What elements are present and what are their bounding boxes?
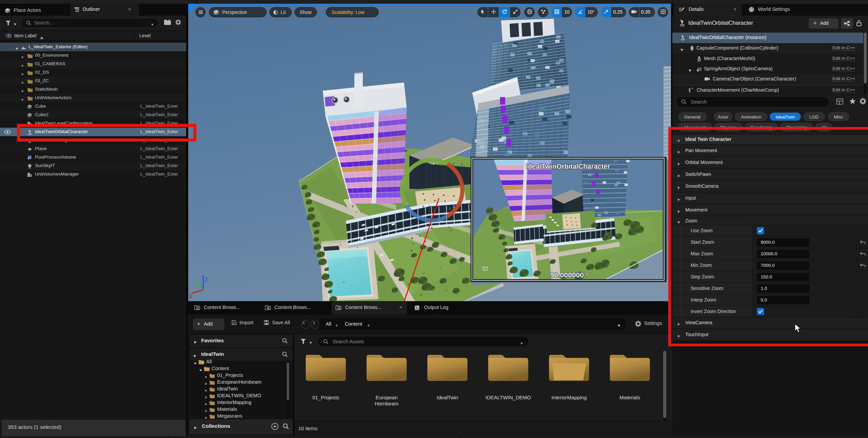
svg-text:90.000000 °: 90.000000 °: [550, 271, 589, 279]
svg-text:X: X: [189, 293, 193, 300]
svg-text:Z: Z: [205, 276, 208, 283]
svg-text:y: y: [194, 281, 197, 287]
svg-text:IdealTwinOrbitalCharacter: IdealTwinOrbitalCharacter: [526, 163, 610, 170]
